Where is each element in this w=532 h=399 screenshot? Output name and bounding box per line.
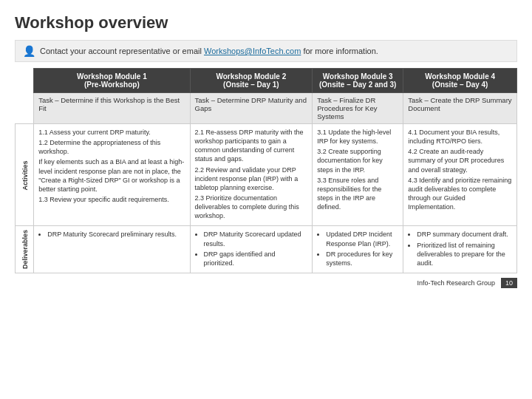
page: Workshop overview 👤 Contact your account… xyxy=(0,0,532,399)
footer: Info-Tech Research Group 10 xyxy=(15,278,517,288)
footer-page: 10 xyxy=(501,278,517,288)
deliverable-cell-3: Updated DRP Incident Response Plan (IRP)… xyxy=(313,226,403,273)
deliverables-label: Deliverables xyxy=(16,226,34,273)
module-3-header: Workshop Module 3(Onsite – Day 2 and 3) xyxy=(313,69,403,93)
activity-cell-1: 1.1 Assess your current DRP maturity.1.2… xyxy=(34,124,190,226)
contact-text: Contact your account representative or e… xyxy=(40,47,378,55)
task-cell-3: Task – Finalize DR Procedures for Key Sy… xyxy=(313,93,403,124)
task-cell-1: Task – Determine if this Workshop is the… xyxy=(34,93,190,124)
activity-cell-2: 2.1 Re-assess DRP maturity with the work… xyxy=(190,124,313,226)
deliverable-cell-4: DRP summary document draft.Prioritized l… xyxy=(403,226,517,273)
task-cell-4: Task – Create the DRP Summary Document xyxy=(403,93,517,124)
activity-cell-4: 4.1 Document your BIA results, including… xyxy=(403,124,517,226)
module-4-header: Workshop Module 4(Onsite – Day 4) xyxy=(403,69,517,93)
deliverable-cell-2: DRP Maturity Scorecard updated results.D… xyxy=(190,226,313,273)
page-title: Workshop overview xyxy=(15,13,517,33)
footer-brand: Info-Tech Research Group xyxy=(417,279,495,287)
workshop-table: Workshop Module 1(Pre-Workshop) Workshop… xyxy=(15,68,517,273)
module-2-header: Workshop Module 2(Onsite – Day 1) xyxy=(190,69,313,93)
task-cell-2: Task – Determine DRP Maturity and Gaps xyxy=(190,93,313,124)
person-icon: 👤 xyxy=(23,45,35,57)
module-1-header: Workshop Module 1(Pre-Workshop) xyxy=(34,69,190,93)
contact-bar: 👤 Contact your account representative or… xyxy=(15,40,517,62)
activities-label: Activities xyxy=(16,124,34,226)
contact-email[interactable]: Workshops@InfoTech.com xyxy=(204,47,301,55)
deliverable-cell-1: DRP Maturity Scorecard preliminary resul… xyxy=(34,226,190,273)
activity-cell-3: 3.1 Update the high-level IRP for key sy… xyxy=(313,124,403,226)
